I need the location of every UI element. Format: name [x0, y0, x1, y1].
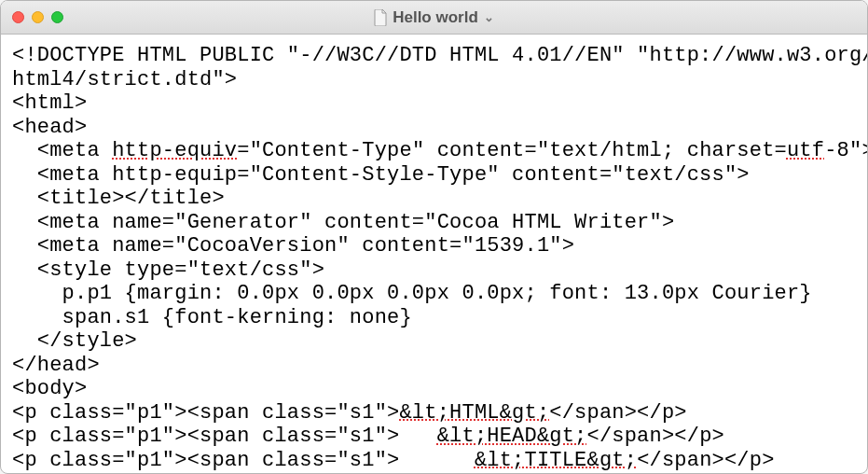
code-text: <body>: [12, 377, 87, 400]
code-text: span.s1 {font-kerning: none}: [12, 306, 412, 329]
code-text: </style>: [12, 329, 137, 353]
code-text: <head>: [12, 116, 87, 139]
code-text: -8">: [824, 139, 867, 162]
code-line[interactable]: <!DOCTYPE HTML PUBLIC "-//W3C//DTD HTML …: [12, 44, 856, 68]
code-text: </span></p>: [587, 425, 724, 448]
code-text: html4/strict.dtd">: [12, 68, 237, 91]
code-text: <title></title>: [12, 187, 225, 210]
code-line[interactable]: <style type="text/css">: [12, 258, 856, 283]
spellcheck-underline: &lt;HTML&gt;: [399, 401, 549, 425]
traffic-lights: [12, 11, 63, 23]
code-line[interactable]: <meta http-equiv="Content-Type" content=…: [12, 139, 856, 163]
window-title: Hello world: [393, 8, 478, 27]
close-icon[interactable]: [12, 11, 24, 23]
code-text: <meta name="CocoaVersion" content="1539.…: [12, 234, 574, 258]
chevron-down-icon[interactable]: ⌄: [484, 10, 494, 24]
code-line[interactable]: <p class="p1"><span class="s1"> &lt;HEAD…: [12, 425, 856, 449]
titlebar[interactable]: Hello world ⌄: [1, 1, 867, 35]
code-line[interactable]: <meta name="CocoaVersion" content="1539.…: [12, 234, 856, 258]
code-line[interactable]: <meta http-equip="Content-Style-Type" co…: [12, 163, 856, 188]
code-line[interactable]: <p class="p1"><span class="s1"> &lt;TITL…: [12, 449, 856, 473]
code-editor[interactable]: <!DOCTYPE HTML PUBLIC "-//W3C//DTD HTML …: [1, 35, 867, 473]
code-text: p.p1 {margin: 0.0px 0.0px 0.0px 0.0px; f…: [12, 282, 812, 305]
code-line[interactable]: <html>: [12, 91, 856, 116]
app-window: Hello world ⌄ <!DOCTYPE HTML PUBLIC "-//…: [0, 0, 868, 474]
code-line[interactable]: <p class="p1"><span class="s1"> Hello wo…: [12, 472, 856, 473]
spellcheck-underline: &lt;HEAD&gt;: [437, 425, 587, 448]
code-line[interactable]: </style>: [12, 329, 856, 354]
code-text: </span></p>: [549, 401, 686, 425]
document-icon: [374, 9, 387, 26]
code-text: <html>: [12, 91, 87, 115]
spellcheck-underline: &lt;TITLE&gt;: [475, 449, 637, 472]
code-text: <meta name="Generator" content="Cocoa HT…: [12, 211, 674, 234]
code-line[interactable]: p.p1 {margin: 0.0px 0.0px 0.0px 0.0px; f…: [12, 282, 856, 306]
code-line[interactable]: span.s1 {font-kerning: none}: [12, 306, 856, 330]
spellcheck-underline: utf: [787, 139, 824, 162]
code-line[interactable]: <p class="p1"><span class="s1">&lt;HTML&…: [12, 401, 856, 425]
zoom-icon[interactable]: [51, 11, 63, 23]
code-text: ="Content-Type" content="text/html; char…: [237, 139, 787, 162]
code-line[interactable]: <head>: [12, 116, 856, 140]
code-text: <style type="text/css">: [12, 258, 324, 282]
code-line[interactable]: <body>: [12, 377, 856, 401]
spellcheck-underline: http-equiv: [112, 139, 237, 162]
code-text: <p class="p1"><span class="s1">: [12, 449, 475, 472]
code-line[interactable]: <meta name="Generator" content="Cocoa HT…: [12, 211, 856, 235]
code-line[interactable]: html4/strict.dtd">: [12, 68, 856, 92]
code-text: <p class="p1"><span class="s1">: [12, 425, 437, 448]
code-text: <p class="p1"><span class="s1">: [12, 401, 399, 425]
code-text: <p class="p1"><span class="s1"> Hello wo…: [12, 472, 867, 473]
code-text: <!DOCTYPE HTML PUBLIC "-//W3C//DTD HTML …: [12, 44, 867, 67]
code-text: <meta: [12, 139, 112, 162]
minimize-icon[interactable]: [32, 11, 44, 23]
code-text: </span></p>: [637, 449, 774, 472]
code-line[interactable]: <title></title>: [12, 187, 856, 211]
code-text: </head>: [12, 354, 100, 377]
code-line[interactable]: </head>: [12, 354, 856, 378]
code-text: <meta http-equip="Content-Style-Type" co…: [12, 163, 750, 187]
window-title-group: Hello world ⌄: [1, 1, 867, 34]
